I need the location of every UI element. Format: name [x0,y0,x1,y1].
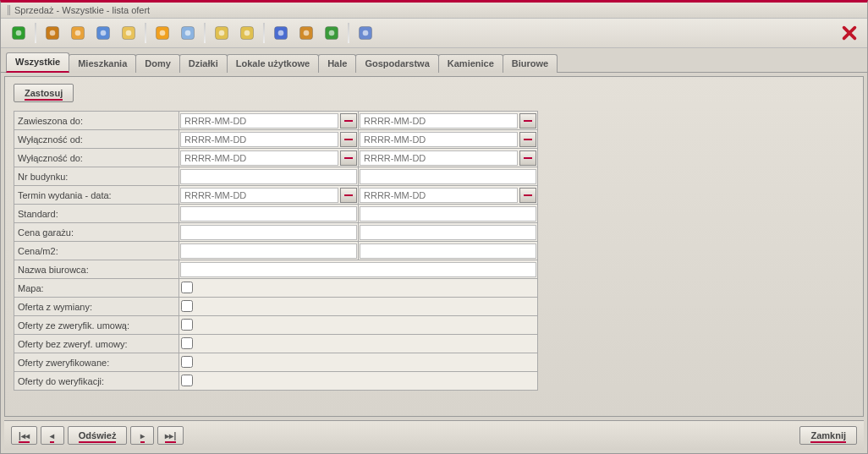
text-field [359,242,538,260]
svg-point-21 [304,30,310,36]
text-input[interactable] [360,169,536,184]
refresh-button[interactable]: Odśwież [68,426,128,445]
date-picker-button[interactable] [340,188,357,203]
svg-point-23 [329,30,335,36]
svg-point-25 [363,30,369,36]
date-picker-button[interactable] [519,113,536,129]
tab-biurowe[interactable]: Biurowe [503,54,558,73]
form-row: Cena/m2: [14,242,538,260]
form-row: Termin wydania - data: [14,186,538,205]
checkbox-input[interactable] [181,375,193,386]
pager: |◂◂ ◂ Odśwież ▸ ▸▸| [11,426,184,445]
tab-domy[interactable]: Domy [135,54,180,73]
nav-prev-button[interactable]: ◂ [41,426,64,445]
text-field [359,205,538,223]
form-row: Oferty bez zweryf. umowy: [14,335,538,353]
hand-icon[interactable] [118,22,140,44]
copy-icon[interactable] [177,22,199,44]
tab-dzia-ki[interactable]: Działki [179,54,228,73]
font-icon[interactable] [270,22,292,44]
checkbox-field [179,279,538,298]
form-row: Nazwa biurowca: [14,260,538,279]
text-field [359,167,538,186]
text-input[interactable] [360,243,536,259]
tab-kamienice[interactable]: Kamienice [438,54,503,73]
briefcase-icon[interactable] [41,22,63,44]
form-row: Wyłączność od: [14,130,538,149]
field-label: Termin wydania - data: [14,186,179,205]
text-input[interactable] [180,262,536,277]
close-icon[interactable] [838,22,860,44]
svg-point-15 [219,30,225,36]
text-input[interactable] [360,206,536,222]
text-input[interactable] [180,206,357,222]
toolbar-separator [263,23,265,43]
gear-icon[interactable] [295,22,317,44]
date-field [359,112,538,130]
tab-mieszkania[interactable]: Mieszkania [69,54,136,73]
date-picker-button[interactable] [340,150,357,166]
checkbox-input[interactable] [181,282,193,293]
mail-in-icon[interactable] [236,22,258,44]
date-picker-button[interactable] [519,188,536,203]
form-row: Wyłączność do: [14,149,538,167]
date-picker-button[interactable] [519,150,536,166]
close-button[interactable]: Zamknij [799,426,857,445]
checkbox-input[interactable] [181,319,193,331]
user-icon[interactable] [67,22,89,44]
date-input[interactable] [180,188,338,203]
checkbox-input[interactable] [181,337,193,349]
nav-last-button[interactable]: ▸▸| [157,426,184,445]
picture-icon[interactable] [92,22,114,44]
date-input[interactable] [180,150,338,166]
text-field [179,223,359,242]
nav-first-button[interactable]: |◂◂ [11,426,37,445]
text-input[interactable] [360,225,536,240]
date-input[interactable] [360,188,518,203]
nav-next-button[interactable]: ▸ [130,426,154,445]
form-row: Oferta z wymiany: [14,298,538,316]
field-label: Nazwa biurowca: [14,260,179,279]
text-input[interactable] [180,169,357,184]
date-input[interactable] [360,150,518,166]
svg-point-19 [278,30,284,36]
footer-bar: |◂◂ ◂ Odśwież ▸ ▸▸| Zamknij [4,420,864,450]
field-label: Wyłączność od: [14,130,179,149]
form-row: Mapa: [14,279,538,298]
search-user-icon[interactable] [354,22,376,44]
app-window: Sprzedaż - Wszystkie - lista ofert Wszys… [0,0,868,454]
checkbox-input[interactable] [181,300,193,312]
toolbar-separator [145,23,146,43]
date-input[interactable] [360,132,518,147]
apply-button[interactable]: Zastosuj [14,84,74,102]
date-input[interactable] [360,113,518,129]
tab-wszystkie[interactable]: Wszystkie [6,52,69,73]
star-icon[interactable] [151,22,173,44]
checkbox-input[interactable] [181,356,193,368]
date-picker-button[interactable] [519,132,536,147]
mail-out-icon[interactable] [211,22,233,44]
form-row: Zawieszona do: [14,112,538,130]
svg-point-11 [160,30,166,36]
date-input[interactable] [180,132,338,147]
form-row: Oferty zweryfikowane: [14,353,538,372]
svg-point-5 [75,30,81,36]
date-picker-button[interactable] [340,132,357,147]
checkbox-field [179,372,538,391]
text-input[interactable] [180,225,357,240]
date-picker-button[interactable] [340,113,357,129]
field-label: Oferty zweryfikowane: [14,353,179,372]
content-scroll[interactable]: Zastosuj Zawieszona do:Wyłączność od:Wył… [5,77,863,416]
form-row: Oferty ze zweryfik. umową: [14,316,538,335]
titlebar: Sprzedaż - Wszystkie - lista ofert [1,3,867,19]
text-field [179,242,359,260]
date-field [179,149,359,167]
tab-gospodarstwa[interactable]: Gospodarstwa [355,54,438,73]
tab-hale[interactable]: Hale [318,54,356,73]
refresh-icon[interactable] [8,22,30,44]
toolbar-separator [204,23,206,43]
globe-icon[interactable] [321,22,343,44]
text-input[interactable] [180,243,357,259]
date-input[interactable] [180,113,338,129]
tab-lokale-u-ytkowe[interactable]: Lokale użytkowe [227,54,319,73]
